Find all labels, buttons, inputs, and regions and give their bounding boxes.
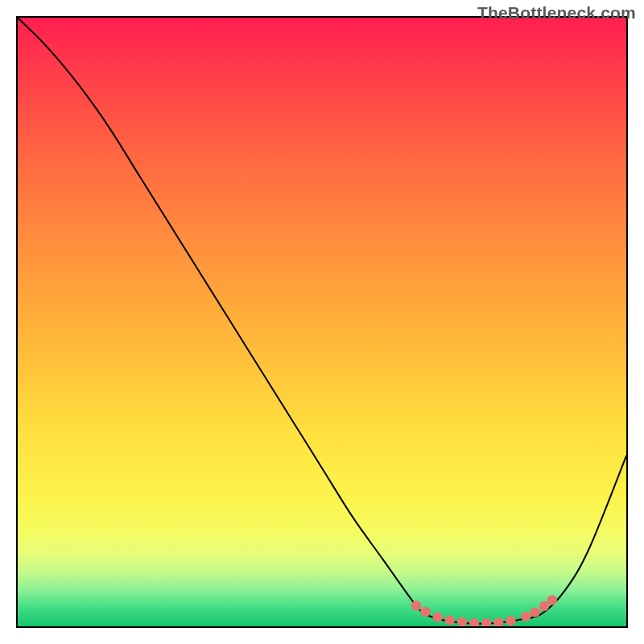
optimal-range-marker	[469, 618, 479, 626]
optimal-range-marker	[481, 618, 491, 626]
bottleneck-curve-line	[18, 18, 626, 624]
optimal-range-marker	[506, 616, 515, 625]
chart-container: TheBottleneck.com	[0, 0, 644, 644]
optimal-range-marker	[521, 612, 530, 621]
optimal-range-marker	[530, 607, 539, 617]
optimal-range-marker	[457, 617, 467, 626]
optimal-range-marker	[432, 612, 442, 621]
optimal-range-marker	[547, 595, 557, 605]
optimal-range-marker	[539, 601, 549, 611]
curve-svg	[18, 18, 626, 626]
optimal-range-markers	[411, 595, 557, 626]
optimal-range-marker	[493, 617, 503, 626]
optimal-range-marker	[445, 615, 455, 625]
optimal-range-marker	[420, 607, 430, 617]
optimal-range-marker	[411, 601, 421, 610]
plot-area	[16, 16, 628, 628]
watermark-text: TheBottleneck.com	[477, 3, 636, 23]
